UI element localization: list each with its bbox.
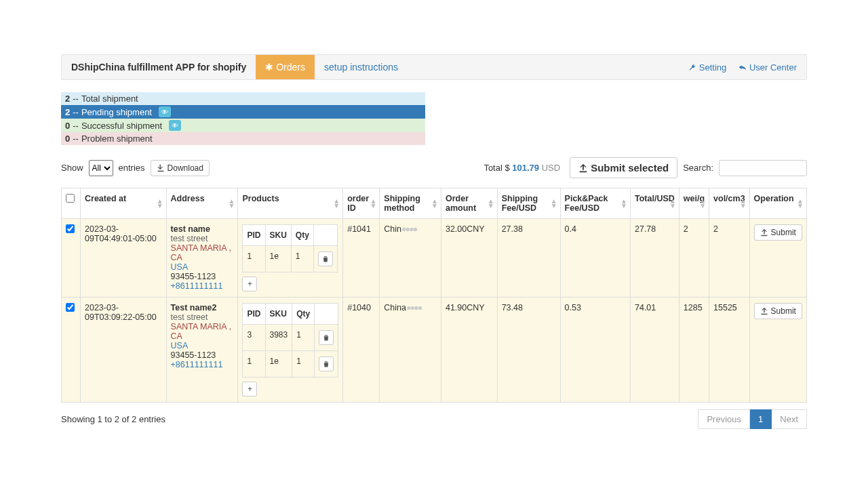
status-total[interactable]: 2 -- Total shipment	[61, 92, 425, 105]
trash-icon	[323, 361, 330, 367]
page-1[interactable]: 1	[750, 409, 772, 429]
cell-order-id: #1041	[343, 219, 380, 298]
cell-vol: 15525	[709, 298, 750, 403]
col-total[interactable]: Total/USD▲▼	[630, 188, 679, 219]
cell-wei: 2	[679, 219, 709, 298]
cell-order-amount: 32.00CNY	[441, 219, 497, 298]
table-info: Showing 1 to 2 of 2 entries	[61, 414, 165, 424]
submit-row-button[interactable]: Submit	[754, 224, 802, 241]
cell-order-id: #1040	[343, 298, 380, 403]
cell-shipping-method: China●●●●	[380, 298, 441, 403]
tab-setup-instructions[interactable]: setup instructions	[315, 55, 408, 79]
col-created[interactable]: Created at▲▼	[81, 188, 167, 219]
tab-orders[interactable]: ✱Orders	[256, 55, 315, 79]
col-shipping-fee[interactable]: Shipping Fee/USD▲▼	[497, 188, 560, 219]
grand-total: Total $ 101.79 USD	[484, 163, 560, 173]
gear-icon: ✱	[265, 62, 273, 73]
table-row: 2023-03-09T03:09:22-05:00Test name2test …	[62, 298, 807, 403]
cell-total: 74.01	[630, 298, 679, 403]
status-pending[interactable]: 2 -- Pending shipment 👁	[61, 105, 425, 119]
products-table: PIDSKUQty11e1	[242, 224, 337, 272]
upload-icon	[760, 228, 768, 237]
orders-table: Created at▲▼ Address▲▼ Products▲▼ order …	[61, 188, 807, 403]
delete-product-button[interactable]	[319, 357, 334, 371]
col-products[interactable]: Products▲▼	[238, 188, 343, 219]
delete-product-button[interactable]	[318, 251, 333, 266]
cell-pickpack-fee: 0.53	[560, 298, 630, 403]
col-pickpack-fee[interactable]: Pick&Pack Fee/USD▲▼	[560, 188, 630, 219]
cell-shipping-method: Chin●●●●	[380, 219, 441, 298]
setting-link[interactable]: Setting	[688, 62, 726, 73]
reply-icon	[738, 64, 747, 72]
cell-address: test nametest streetSANTA MARIA , CAUSA9…	[166, 219, 238, 298]
add-product-button[interactable]: +	[242, 277, 257, 291]
product-row: 11e1	[243, 246, 337, 272]
row-checkbox[interactable]	[66, 303, 75, 312]
cell-products: PIDSKUQty33983111e1+	[238, 298, 343, 403]
cell-shipping-fee: 73.48	[497, 298, 560, 403]
upload-icon	[760, 307, 768, 315]
row-checkbox[interactable]	[66, 224, 75, 233]
show-label: Show	[61, 163, 83, 173]
col-operation[interactable]: Operation▲▼	[749, 188, 806, 219]
trash-icon	[323, 334, 330, 341]
eye-icon[interactable]: 👁	[159, 106, 171, 117]
search-label: Search:	[683, 163, 713, 173]
download-icon	[157, 164, 165, 172]
cell-order-amount: 41.90CNY	[441, 298, 497, 403]
products-table: PIDSKUQty33983111e1	[242, 303, 338, 378]
cell-wei: 1285	[679, 298, 709, 403]
cell-address: Test name2test streetSANTA MARIA , CAUSA…	[166, 298, 238, 403]
col-vol[interactable]: vol/cm3▲▼	[709, 188, 750, 219]
cell-products: PIDSKUQty11e1+	[238, 219, 343, 298]
cell-total: 27.78	[630, 219, 679, 298]
pagination: Previous 1 Next	[698, 409, 807, 429]
select-all-checkbox[interactable]	[66, 194, 75, 203]
delete-product-button[interactable]	[319, 330, 334, 345]
cell-vol: 2	[709, 219, 750, 298]
cell-created: 2023-03-09T04:49:01-05:00	[81, 219, 167, 298]
col-shipping-method[interactable]: Shipping method▲▼	[380, 188, 441, 219]
col-order-amount[interactable]: Order amount▲▼	[441, 188, 497, 219]
col-wei[interactable]: wei/g▲▼	[679, 188, 709, 219]
trash-icon	[322, 256, 329, 262]
upload-icon	[578, 163, 588, 173]
length-select[interactable]: All	[89, 160, 113, 176]
col-order-id[interactable]: order ID▲▼	[343, 188, 380, 219]
status-problem[interactable]: 0 -- Problem shipment	[61, 132, 425, 145]
cell-operation: Submit	[749, 219, 806, 298]
page-prev[interactable]: Previous	[698, 409, 750, 429]
col-address[interactable]: Address▲▼	[166, 188, 238, 219]
wrench-icon	[688, 64, 696, 72]
status-successful[interactable]: 0 -- Successful shipment 👁	[61, 119, 425, 132]
cell-shipping-fee: 27.38	[497, 219, 560, 298]
download-button[interactable]: Download	[151, 160, 210, 176]
search-input[interactable]	[719, 160, 807, 176]
cell-created: 2023-03-09T03:09:22-05:00	[81, 298, 167, 403]
eye-icon[interactable]: 👁	[169, 120, 181, 131]
submit-selected-button[interactable]: Submit selected	[570, 157, 677, 178]
entries-label: entries	[119, 163, 145, 173]
cell-operation: Submit	[749, 298, 806, 403]
add-product-button[interactable]: +	[242, 382, 257, 396]
page-next[interactable]: Next	[772, 409, 807, 429]
app-title: DShipChina fulfillment APP for shopify	[62, 55, 256, 79]
product-row: 11e1	[243, 351, 338, 378]
user-center-link[interactable]: User Center	[738, 62, 797, 73]
cell-pickpack-fee: 0.4	[560, 219, 630, 298]
submit-row-button[interactable]: Submit	[754, 303, 802, 319]
table-row: 2023-03-09T04:49:01-05:00test nametest s…	[62, 219, 807, 298]
product-row: 339831	[243, 325, 338, 351]
